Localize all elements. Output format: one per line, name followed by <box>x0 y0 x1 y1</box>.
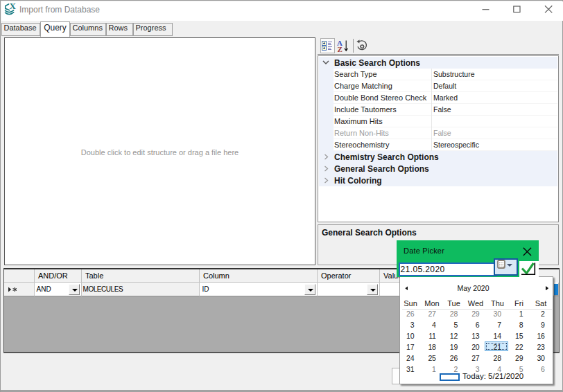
svg-text:Z: Z <box>338 45 343 53</box>
svg-text:X: X <box>10 2 17 11</box>
